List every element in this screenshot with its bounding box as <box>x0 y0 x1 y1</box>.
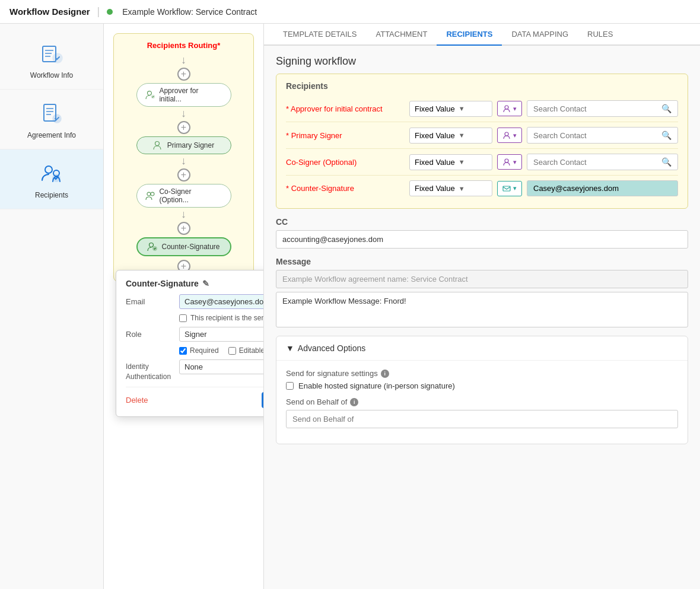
approver-search-field[interactable]: 🔍 <box>527 100 678 117</box>
approver-dropdown-arrow: ▼ <box>459 105 465 112</box>
recipients-header: Recipients <box>286 81 678 91</box>
agreement-info-icon <box>37 99 66 128</box>
popup-required-checkbox[interactable] <box>179 347 187 355</box>
popup-sender-checkbox[interactable] <box>179 314 187 322</box>
sidebar-item-agreement-info[interactable]: Agreement Info <box>0 90 103 149</box>
counter-sig-email-field[interactable] <box>527 180 678 196</box>
popup-check-group: Required Editable <box>179 346 264 355</box>
arrow-down-3: ↓ <box>181 155 186 166</box>
approver-icon <box>145 90 156 100</box>
approver-dropdown[interactable]: Fixed Value ▼ <box>409 101 492 117</box>
tab-data-mapping[interactable]: DATA MAPPING <box>502 24 578 46</box>
svg-point-21 <box>505 132 508 136</box>
workflow-area: Recipients Routing* ↓ + Approver for ini… <box>104 24 264 589</box>
svg-point-13 <box>147 91 151 95</box>
popup-ok-button[interactable]: OK <box>262 392 264 408</box>
main-layout: Workflow Info Agreement Info <box>0 24 700 589</box>
message-body-field[interactable]: Example Workflow Message: Fnord! <box>276 292 688 327</box>
popup-delete-link[interactable]: Delete <box>126 396 148 405</box>
send-signature-info-icon: i <box>381 370 389 378</box>
popup-editable-checkbox[interactable] <box>228 347 236 355</box>
tab-rules[interactable]: RULES <box>578 24 622 46</box>
node-counter-signature[interactable]: Counter-Signature <box>136 237 231 256</box>
popup-required-label: Required <box>190 346 219 355</box>
hosted-signature-checkbox[interactable] <box>286 382 294 390</box>
message-section: Message Example Workflow agreement name:… <box>276 257 688 327</box>
primary-signer-search-input[interactable] <box>533 131 658 140</box>
popup-footer: Delete OK <box>126 387 264 408</box>
approver-icon-btn[interactable]: ▾ <box>497 101 522 116</box>
popup-role-row: Role <box>126 327 264 342</box>
arrow-down-2: ↓ <box>181 108 186 119</box>
add-node-3[interactable]: + <box>177 168 190 182</box>
popup-email-input[interactable] <box>179 294 264 309</box>
primary-signer-icon-btn[interactable]: ▾ <box>497 128 522 143</box>
co-signer-icon-btn[interactable]: ▾ <box>497 154 522 170</box>
popup-edit-icon[interactable]: ✎ <box>202 279 209 288</box>
node-primary-signer[interactable]: Primary Signer <box>136 136 231 154</box>
co-signer-dropdown[interactable]: Fixed Value ▼ <box>409 154 492 170</box>
cc-label: CC <box>276 217 688 227</box>
node-co-signer[interactable]: Co-Signer (Option... <box>136 184 231 208</box>
message-name-field: Example Workflow agreement name: Service… <box>276 270 688 288</box>
svg-rect-23 <box>503 186 510 191</box>
advanced-chevron-icon: ▼ <box>286 343 294 353</box>
top-bar: Workflow Designer | Example Workflow: Se… <box>0 0 700 24</box>
add-node-2[interactable]: + <box>177 121 190 134</box>
svg-point-22 <box>505 159 508 163</box>
popup-role-input[interactable] <box>179 327 264 342</box>
tab-template-details[interactable]: TEMPLATE DETAILS <box>273 24 367 46</box>
sidebar-workflow-info-label: Workflow Info <box>30 71 73 79</box>
popup-identity-input[interactable] <box>179 359 264 374</box>
envelope-icon <box>502 184 511 193</box>
approver-search-icon: 🔍 <box>661 104 672 113</box>
co-signer-icon <box>145 190 156 201</box>
send-behalf-input[interactable] <box>286 410 678 428</box>
recipients-box: Recipients * Approver for initial contra… <box>276 74 688 209</box>
co-signer-search-field[interactable]: 🔍 <box>527 154 678 170</box>
primary-signer-search-field[interactable]: 🔍 <box>527 127 678 144</box>
node-approver-label: Approver for initial... <box>159 87 222 103</box>
app-title: Workflow Designer <box>9 7 90 17</box>
primary-signer-dropdown[interactable]: Fixed Value ▼ <box>409 128 492 144</box>
hosted-signature-label: Enable hosted signature (in-person signa… <box>298 381 455 390</box>
routing-box: Recipients Routing* ↓ + Approver for ini… <box>113 33 254 282</box>
arrow-down-1: ↓ <box>181 55 186 65</box>
co-signer-arrow: ▼ <box>459 158 465 165</box>
tab-recipients[interactable]: RECIPIENTS <box>437 24 502 46</box>
sidebar-recipients-label: Recipients <box>35 191 68 199</box>
add-node-4[interactable]: + <box>177 222 190 235</box>
sidebar-item-recipients[interactable]: Recipients <box>0 149 103 209</box>
add-node-1[interactable]: + <box>177 68 190 81</box>
workflow-name: Example Workflow: Service Contract <box>122 7 257 17</box>
counter-sig-dropdown[interactable]: Fixed Value ▼ <box>409 180 492 196</box>
recipient-row-co-signer: Co-Signer (Optional) Fixed Value ▼ ▾ <box>286 149 678 176</box>
popup-email-label: Email <box>126 297 179 306</box>
node-co-signer-label: Co-Signer (Option... <box>159 187 222 204</box>
approver-search-input[interactable] <box>533 104 658 113</box>
co-signer-search-input[interactable] <box>533 158 658 167</box>
svg-point-20 <box>505 106 508 109</box>
counter-sig-icon-btn[interactable]: ▾ <box>497 181 522 196</box>
popup-editable-label: Editable <box>239 346 264 355</box>
sidebar-agreement-info-label: Agreement Info <box>27 131 76 139</box>
node-counter-label: Counter-Signature <box>161 243 219 251</box>
advanced-body: Send for signature settings i Enable hos… <box>276 361 688 444</box>
status-dot <box>107 9 113 15</box>
popup-role-label: Role <box>126 330 179 339</box>
tab-attachment[interactable]: ATTACHMENT <box>367 24 437 46</box>
adv-hosted-sig-row: Enable hosted signature (in-person signa… <box>286 381 678 390</box>
sidebar-item-workflow-info[interactable]: Workflow Info <box>0 30 103 90</box>
counter-sig-node-icon <box>147 241 158 252</box>
advanced-header[interactable]: ▼ Advanced Options <box>276 336 688 361</box>
adv-send-signature-label: Send for signature settings i <box>286 369 678 378</box>
recipients-icon <box>37 159 66 187</box>
counter-sig-email-input[interactable] <box>533 184 672 193</box>
co-signer-label: Co-Signer (Optional) <box>286 158 405 167</box>
node-approver[interactable]: Approver for initial... <box>136 83 231 107</box>
counter-sig-chevron: ▾ <box>513 184 517 192</box>
recipient-row-primary-signer: * Primary Signer Fixed Value ▼ ▾ <box>286 122 678 149</box>
counter-sig-row-label: * Counter-Signature <box>286 184 405 193</box>
cc-section: CC accounting@caseyjones.dom <box>276 217 688 249</box>
tabs-bar: TEMPLATE DETAILS ATTACHMENT RECIPIENTS D… <box>264 24 700 46</box>
